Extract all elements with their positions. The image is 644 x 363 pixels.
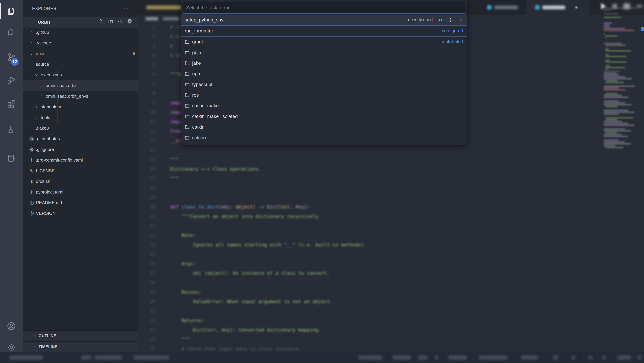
tree-item-extensions[interactable]: extensions <box>23 70 149 80</box>
chevron-down-icon <box>32 20 36 24</box>
activity-bar-explorer[interactable] <box>0 1 23 20</box>
tree-item--github[interactable]: .github <box>23 27 144 38</box>
tree-item-omni-isaac-orbit-envs[interactable]: omni.isaac.orbit_envs <box>23 91 154 102</box>
tree-item--gitignore[interactable]: .gitignore <box>23 144 144 155</box>
minimap[interactable] <box>603 7 641 261</box>
status-bar-item-blurred[interactable] <box>521 356 538 360</box>
task-label: typescript <box>192 82 212 87</box>
status-bar-item-blurred[interactable] <box>638 356 642 360</box>
tree-item-source[interactable]: source <box>23 59 144 70</box>
close-icon[interactable] <box>458 17 463 22</box>
status-bar-item-blurred[interactable] <box>448 356 467 360</box>
status-bar-item-blurred[interactable] <box>479 356 508 360</box>
search-icon <box>6 28 16 38</box>
split-editor-icon[interactable] <box>623 3 630 9</box>
tree-item-docs[interactable]: docs <box>23 48 144 59</box>
gear-icon[interactable] <box>448 17 453 22</box>
tree-item--gitattributes[interactable]: .gitattributes <box>23 133 144 144</box>
status-bar-item-blurred[interactable] <box>572 356 576 360</box>
status-bar-item-blurred[interactable] <box>134 356 169 360</box>
tree-item-pyproject-toml[interactable]: pyproject.toml <box>23 187 144 197</box>
task-option-catkin_make_isolated[interactable]: catkin_make_isolated <box>181 111 467 122</box>
collapse-all-icon[interactable] <box>127 19 132 24</box>
status-bar-item-blurred[interactable] <box>418 356 428 360</box>
status-bar-item-blurred[interactable] <box>81 356 91 360</box>
tree-item--pre-commit-config-yaml[interactable]: .pre-commit-config.yaml <box>23 155 144 165</box>
task-option-setup_python_env[interactable]: setup_python_envrecently used <box>181 14 467 25</box>
tree-item--flake8[interactable]: .flake8 <box>23 123 144 133</box>
outline-section-header[interactable]: OUTLINE <box>23 330 138 341</box>
tree-item-label: .vscode <box>36 40 51 46</box>
task-option-colcon[interactable]: colcon <box>181 132 467 143</box>
tree-item-label: tools <box>41 115 50 120</box>
tree-item-label: docs <box>36 51 45 56</box>
task-option-npm[interactable]: npm <box>181 68 467 79</box>
new-file-icon[interactable] <box>98 19 104 24</box>
code-line: 15""" <box>138 155 603 164</box>
timeline-section-header[interactable]: TIMELINE <box>23 341 138 352</box>
tree-item-omni-isaac-orbit[interactable]: omni.isaac.orbit <box>23 80 154 91</box>
task-label: jake <box>192 60 201 66</box>
activity-bar-run-debug[interactable] <box>0 71 23 89</box>
task-search-input[interactable] <box>183 5 465 10</box>
vscode-window: 12 EXPLORER ⋯ ORBIT .github.vscodedocsso… <box>0 0 644 363</box>
status-bar-item-blurred[interactable] <box>392 356 411 360</box>
tree-item-tools[interactable]: tools <box>23 112 149 123</box>
tree-item-readme-md[interactable]: README.md <box>23 197 144 208</box>
code-line: 33 Dict[str, Any]: Converted dictionary … <box>138 325 603 335</box>
run-python-file-icon[interactable] <box>601 3 606 9</box>
status-bar-item-blurred[interactable] <box>589 356 592 360</box>
task-label: catkin <box>192 124 204 130</box>
code-line: 25 <box>138 250 603 259</box>
code-line: 23 Note: <box>138 231 603 240</box>
task-option-catkin[interactable]: catkin <box>181 122 467 132</box>
status-bar[interactable] <box>0 352 644 363</box>
tree-item-version[interactable]: VERSION <box>23 208 144 219</box>
tab-dict-py[interactable] <box>526 0 589 15</box>
status-bar-item-blurred[interactable] <box>435 356 438 360</box>
pin-icon[interactable] <box>438 17 443 22</box>
chevron-right-icon <box>29 29 34 35</box>
task-option-jake[interactable]: jake <box>181 58 467 68</box>
activity-bar-accounts[interactable] <box>0 317 23 336</box>
code-line: 16Dictionary <-> Class operations. <box>138 164 603 174</box>
activity-bar-testing[interactable] <box>0 120 23 139</box>
status-bar-item-blurred[interactable] <box>95 356 122 360</box>
tree-item-orbit-sh[interactable]: $orbit.sh <box>23 176 144 187</box>
task-option-catkin_make[interactable]: catkin_make <box>181 100 467 111</box>
activity-bar-notebook[interactable] <box>0 149 23 167</box>
task-provider-badge[interactable]: configured <box>442 28 463 33</box>
status-bar-item-blurred[interactable] <box>618 356 631 360</box>
task-option-typescript[interactable]: typescript <box>181 79 467 90</box>
task-provider-badge[interactable]: contributed <box>440 39 463 44</box>
task-option-gulp[interactable]: gulp <box>181 47 467 58</box>
activity-bar-extensions[interactable] <box>0 94 23 113</box>
editor-actions[interactable] <box>601 3 642 9</box>
tree-item-standalone[interactable]: standalone <box>23 102 149 112</box>
tree-item-license[interactable]: LICENSE <box>23 165 144 176</box>
file-tree: .github.vscodedocssourceextensionsomni.i… <box>23 27 138 219</box>
modified-dot-badge[interactable] <box>575 6 577 8</box>
status-bar-item-blurred[interactable] <box>358 356 382 360</box>
code-line: 21 """Convert an object into dictionary … <box>138 212 603 221</box>
more-actions-icon[interactable]: ⋯ <box>123 5 130 11</box>
refresh-icon[interactable] <box>118 19 123 24</box>
tree-item-label: README.md <box>36 200 62 205</box>
task-label: npm <box>192 71 201 76</box>
orbit-section-header[interactable]: ORBIT <box>23 17 138 27</box>
tree-item--vscode[interactable]: .vscode <box>23 38 144 48</box>
more-actions-icon[interactable] <box>636 5 642 7</box>
status-bar-item-blurred[interactable] <box>553 356 558 360</box>
activity-bar-source-control[interactable]: 12 <box>0 48 23 66</box>
status-bar-item-blurred[interactable] <box>9 356 43 360</box>
new-folder-icon[interactable] <box>108 19 113 24</box>
tab-init-py[interactable] <box>478 0 526 15</box>
shell-icon: $ <box>29 179 34 184</box>
chevron-down-icon[interactable] <box>612 4 617 8</box>
task-option-run_formatter[interactable]: run_formatterconfigured <box>181 25 467 36</box>
task-option-grunt[interactable]: gruntcontributed <box>181 36 467 47</box>
activity-bar-search[interactable] <box>0 24 23 42</box>
code-line: 31 <box>138 306 603 316</box>
task-option-ros[interactable]: ros <box>181 90 467 100</box>
status-bar-item-blurred[interactable] <box>602 356 606 360</box>
